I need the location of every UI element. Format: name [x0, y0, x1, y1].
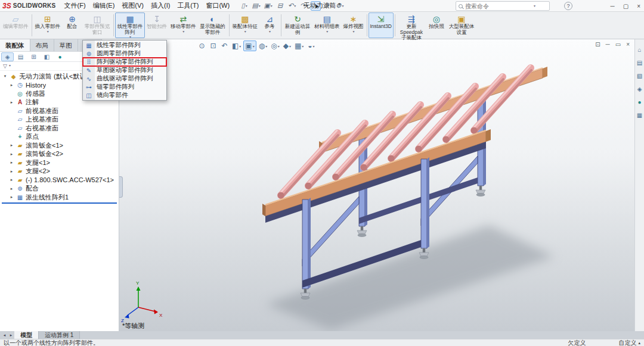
- tab-layout[interactable]: 布局: [30, 39, 54, 51]
- tab-motion-study-1[interactable]: 运动算例 1: [39, 331, 80, 339]
- section-view-icon[interactable]: ◧: [231, 40, 242, 51]
- tree-item-right-plane[interactable]: ▱ 右视基准面: [0, 124, 119, 133]
- propertymanager-tab-icon[interactable]: ▤: [14, 52, 27, 61]
- minimize-button[interactable]: ─: [611, 3, 615, 10]
- ribbon-mate-button[interactable]: ⊕ 配合: [62, 13, 82, 38]
- tree-item-origin[interactable]: + 原点: [0, 133, 119, 142]
- ribbon-component-preview-button[interactable]: ◫ 零部件预览窗口: [82, 13, 112, 38]
- configurationmanager-tab-icon[interactable]: ⊞: [27, 52, 40, 61]
- maximize-button[interactable]: ▢: [623, 3, 628, 10]
- menu-item-sketch-driven-component-pattern[interactable]: ✎ 草图驱动零部件阵列: [83, 66, 166, 74]
- edit-appearance-icon[interactable]: ◆: [282, 40, 292, 51]
- new-doc-icon[interactable]: ▯: [239, 1, 249, 11]
- expand-arrow-icon[interactable]: [9, 160, 14, 165]
- rollback-bar[interactable]: [2, 202, 117, 204]
- ribbon-edit-component-button[interactable]: ▱ 编辑零部件: [1, 13, 30, 38]
- menu-tools[interactable]: 工具(T): [174, 0, 202, 11]
- previous-view-icon[interactable]: ↶: [219, 40, 230, 51]
- ribbon-linear-component-pattern-button[interactable]: ▦ 线性零部件阵列: [115, 13, 145, 38]
- menu-item-pattern-driven-component-pattern[interactable]: ⠿ 阵列驱动零部件阵列: [83, 58, 166, 66]
- appearances-icon[interactable]: ●: [637, 99, 641, 105]
- menu-file[interactable]: 文件(F): [61, 0, 89, 11]
- display-style-icon[interactable]: ◍: [258, 40, 269, 51]
- menu-item-circular-component-pattern[interactable]: ⊛ 圆周零部件阵列: [83, 49, 166, 58]
- zoom-fit-icon[interactable]: ⊙: [197, 40, 207, 51]
- file-explorer-icon[interactable]: ▧: [637, 73, 642, 79]
- tab-scroll-left-icon[interactable]: ◂: [1, 333, 8, 338]
- ribbon-new-motion-study-button[interactable]: ↻ 新建运动算例: [283, 13, 312, 38]
- ribbon-instant3d-button[interactable]: ⇲ Instant3D: [369, 13, 394, 38]
- tree-item-front-plane[interactable]: ▱ 前视基准面: [0, 107, 119, 116]
- design-library-icon[interactable]: ▤: [637, 60, 642, 66]
- menu-item-mirror-components[interactable]: ◫ 镜向零部件: [83, 91, 166, 99]
- menu-edit[interactable]: 编辑(E): [89, 0, 119, 11]
- viewport-close-icon[interactable]: ×: [626, 41, 630, 48]
- expand-arrow-icon[interactable]: [9, 100, 14, 105]
- apply-scene-icon[interactable]: ▦: [293, 40, 305, 51]
- displaymanager-tab-icon[interactable]: ●: [54, 52, 66, 61]
- view-settings-icon[interactable]: ◒: [306, 40, 316, 51]
- panel-splitter[interactable]: [119, 176, 123, 198]
- ribbon-exploded-view-button[interactable]: ∗ 爆炸视图: [342, 13, 366, 38]
- menu-item-curve-driven-component-pattern[interactable]: ∿ 曲线驱动零部件阵列: [83, 74, 166, 83]
- viewport-maximize-icon[interactable]: ▭: [615, 41, 621, 48]
- viewport-restore-icon[interactable]: ⊡: [595, 41, 600, 48]
- search-input[interactable]: [465, 3, 531, 10]
- custom-properties-icon[interactable]: ▦: [637, 112, 642, 119]
- menu-window[interactable]: 窗口(W): [202, 0, 233, 11]
- tree-item-roller-sheetmetal-1[interactable]: ▰ 滚筒钣金<1>: [0, 141, 119, 150]
- menu-view[interactable]: 视图(V): [118, 0, 147, 11]
- tree-item-roller-sheetmetal-2[interactable]: ▰ 滚筒钣金<2>: [0, 150, 119, 159]
- close-button[interactable]: ×: [637, 3, 640, 10]
- conveyor-model[interactable]: Y X Z: [119, 51, 634, 331]
- ribbon-update-speedpak-button[interactable]: ⇶ 更新 Speedpak 子装配体: [397, 13, 426, 38]
- ribbon-take-snapshot-button[interactable]: ◎ 拍快照: [426, 13, 447, 38]
- view-palette-icon[interactable]: ◈: [637, 86, 642, 92]
- tree-item-leg-1[interactable]: ▰ 支腿<1>: [0, 158, 119, 167]
- tree-item-top-plane[interactable]: ▱ 上视基准面: [0, 116, 119, 124]
- ribbon-large-assembly-settings-button[interactable]: ▣ 大型装配体设置: [447, 13, 476, 38]
- ribbon-button-label: 插入零部件: [35, 24, 61, 30]
- print-icon[interactable]: ⊟: [275, 1, 285, 11]
- status-custom-mode[interactable]: 自定义 ▴: [618, 339, 640, 346]
- ribbon-reference-geometry-button[interactable]: ⊿ 参考: [259, 13, 280, 38]
- viewport-minimize-icon[interactable]: ─: [606, 41, 610, 48]
- undo-icon[interactable]: ↶: [287, 1, 297, 11]
- expand-arrow-icon[interactable]: [9, 83, 14, 88]
- expand-arrow-icon[interactable]: [9, 177, 14, 182]
- tree-item-derived-linear-pattern[interactable]: ▦ 派生线性阵列1: [0, 193, 119, 202]
- ribbon-insert-component-button[interactable]: ⊞ 插入零部件: [33, 13, 63, 38]
- expand-arrow-icon[interactable]: [9, 186, 14, 191]
- hide-show-items-icon[interactable]: ◎: [270, 40, 281, 51]
- expand-arrow-icon[interactable]: [9, 195, 14, 200]
- ribbon-assembly-features-button[interactable]: ▩ 装配体特征: [231, 13, 260, 38]
- menu-item-linear-component-pattern[interactable]: ▦ 线性零部件阵列: [83, 41, 166, 49]
- ribbon-smart-fasteners-button[interactable]: ↧ 智能扣件: [145, 13, 169, 38]
- help-icon[interactable]: ?: [564, 2, 572, 10]
- ribbon-show-hidden-components-button[interactable]: ◐ 显示隐藏的零部件: [198, 13, 228, 38]
- menu-insert[interactable]: 插入(I): [147, 0, 174, 11]
- save-icon[interactable]: ▣: [263, 1, 273, 11]
- ribbon-bom-button[interactable]: ▤ 材料明细表: [312, 13, 342, 38]
- tree-item-leg-2[interactable]: ▰ 支腿<2>: [0, 167, 119, 176]
- zoom-area-icon[interactable]: ⊡: [208, 40, 218, 51]
- tab-assembly[interactable]: 装配体: [0, 39, 30, 51]
- open-doc-icon[interactable]: ▤: [251, 1, 261, 11]
- expand-arrow-icon[interactable]: [9, 152, 14, 157]
- featuremanager-tab-icon[interactable]: ◈: [1, 52, 14, 61]
- search-box[interactable]: [456, 1, 550, 11]
- ribbon-move-component-button[interactable]: ⇄ 移动零部件: [169, 13, 198, 38]
- tree-item-swc-acc-part[interactable]: ▰ (-) 1.800.SWC.ACC-W527<1>: [0, 176, 119, 185]
- expand-arrow-icon[interactable]: [9, 169, 14, 174]
- menu-item-chain-component-pattern[interactable]: ⊶ 链零部件阵列: [83, 83, 166, 91]
- dimxpert-tab-icon[interactable]: ◧: [41, 52, 53, 61]
- tab-scroll-right-icon[interactable]: ▸: [8, 333, 14, 338]
- search-caret-icon[interactable]: [533, 2, 535, 10]
- task-pane-home-icon[interactable]: ⌂: [637, 46, 641, 53]
- expand-arrow-icon[interactable]: [2, 74, 8, 79]
- tab-model[interactable]: 模型: [14, 331, 39, 339]
- tree-item-mates[interactable]: ⊚ 配合: [0, 185, 119, 194]
- expand-arrow-icon[interactable]: [9, 143, 14, 148]
- tab-sketch[interactable]: 草图: [54, 39, 78, 51]
- view-orientation-icon[interactable]: ▣: [243, 40, 256, 51]
